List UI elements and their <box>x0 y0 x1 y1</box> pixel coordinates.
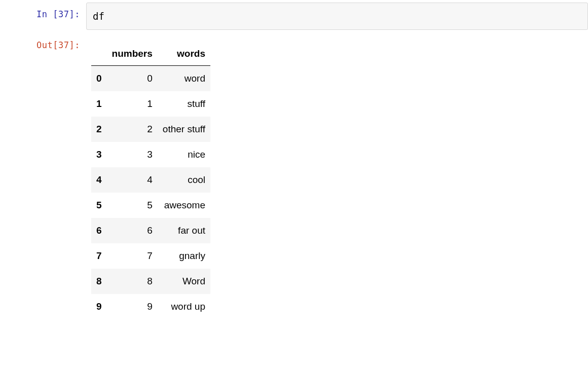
table-row: 3 3 nice <box>91 142 210 167</box>
cell-words: stuff <box>158 91 210 117</box>
row-index: 4 <box>91 167 107 193</box>
table-row: 0 0 word <box>91 66 210 92</box>
cell-words: cool <box>158 167 210 193</box>
cell-numbers: 9 <box>107 294 158 319</box>
cell-words: far out <box>158 218 210 243</box>
cell-words: word <box>158 66 210 92</box>
cell-numbers: 5 <box>107 193 158 218</box>
cell-numbers: 1 <box>107 91 158 117</box>
output-cell: Out[37]: numbers words 0 0 word 1 1 <box>0 35 588 319</box>
table-row: 5 5 awesome <box>91 193 210 218</box>
cell-words: other stuff <box>158 117 210 142</box>
cell-numbers: 7 <box>107 243 158 269</box>
table-row: 8 8 Word <box>91 269 210 294</box>
cell-numbers: 6 <box>107 218 158 243</box>
table-row: 2 2 other stuff <box>91 117 210 142</box>
cell-words: nice <box>158 142 210 167</box>
row-index: 7 <box>91 243 107 269</box>
row-index: 9 <box>91 294 107 319</box>
column-header-words: words <box>158 42 210 66</box>
table-row: 9 9 word up <box>91 294 210 319</box>
cell-words: Word <box>158 269 210 294</box>
row-index: 0 <box>91 66 107 92</box>
cell-numbers: 4 <box>107 167 158 193</box>
cell-numbers: 0 <box>107 66 158 92</box>
input-prompt: In [37]: <box>0 0 86 24</box>
table-row: 4 4 cool <box>91 167 210 193</box>
cell-numbers: 8 <box>107 269 158 294</box>
row-index: 5 <box>91 193 107 218</box>
input-cell: In [37]: df <box>0 0 588 30</box>
row-index: 2 <box>91 117 107 142</box>
cell-words: gnarly <box>158 243 210 269</box>
table-row: 7 7 gnarly <box>91 243 210 269</box>
table-row: 6 6 far out <box>91 218 210 243</box>
row-index: 6 <box>91 218 107 243</box>
cell-words: awesome <box>158 193 210 218</box>
column-header-numbers: numbers <box>107 42 158 66</box>
cell-numbers: 2 <box>107 117 158 142</box>
row-index: 3 <box>91 142 107 167</box>
cell-words: word up <box>158 294 210 319</box>
row-index: 8 <box>91 269 107 294</box>
table-row: 1 1 stuff <box>91 91 210 117</box>
cell-numbers: 3 <box>107 142 158 167</box>
code-input[interactable]: df <box>86 3 588 30</box>
dataframe-table: numbers words 0 0 word 1 1 stuff 2 2 <box>91 42 210 319</box>
header-row: numbers words <box>91 42 210 66</box>
row-index: 1 <box>91 91 107 117</box>
output-prompt: Out[37]: <box>0 35 86 55</box>
output-area: numbers words 0 0 word 1 1 stuff 2 2 <box>86 35 588 319</box>
index-header <box>91 42 107 66</box>
